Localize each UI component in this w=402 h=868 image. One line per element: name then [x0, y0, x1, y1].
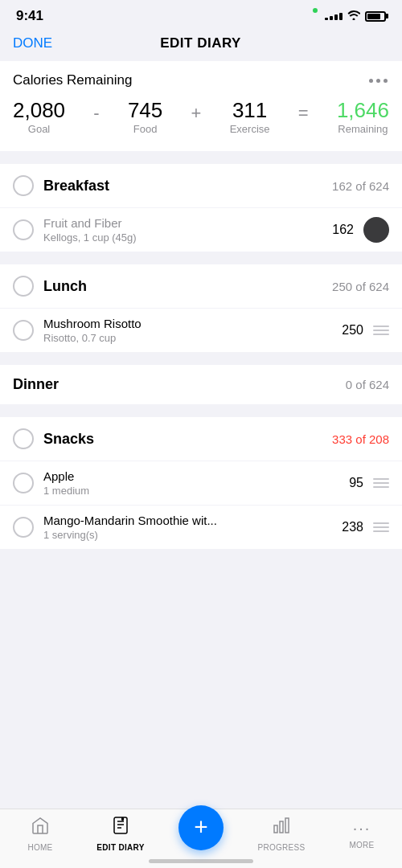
snacks-item1-name: Apple — [43, 469, 349, 483]
snacks-title: Snacks — [43, 431, 94, 448]
tab-edit-diary[interactable]: EDIT DIARY — [92, 816, 149, 852]
signal-icon — [325, 13, 343, 20]
tab-edit-diary-label: EDIT DIARY — [96, 843, 144, 852]
reorder-line3 — [373, 334, 389, 335]
tab-more[interactable]: ··· MORE — [334, 819, 390, 850]
more-options-button[interactable] — [367, 77, 389, 84]
edit-diary-icon — [111, 816, 130, 840]
breakfast-item-calories: 162 — [332, 223, 354, 237]
home-indicator — [149, 859, 253, 863]
snacks-item2-checkbox[interactable] — [13, 517, 34, 538]
snacks-header: Snacks 333 of 208 — [0, 417, 402, 461]
breakfast-item-1[interactable]: Fruit and Fiber Kellogs, 1 cup (45g) 162 — [0, 208, 402, 252]
snacks-item1-info: Apple 1 medium — [43, 469, 349, 497]
snacks-item2-name: Mango-Mandarin Smoothie wit... — [43, 514, 342, 527]
lunch-item-serving: Risotto, 0.7 cup — [43, 332, 342, 344]
divider4 — [0, 411, 402, 417]
exercise-label: Exercise — [230, 123, 270, 135]
dinner-section: Dinner 0 of 624 — [0, 365, 402, 404]
battery-icon — [365, 11, 386, 22]
breakfast-section: Breakfast 162 of 624 Fruit and Fiber Kel… — [0, 164, 402, 252]
divider3 — [0, 358, 402, 365]
remaining-label: Remaining — [337, 123, 389, 135]
status-bar: 9:41 — [0, 0, 402, 29]
calories-title: Calories Remaining — [13, 72, 132, 88]
lunch-calories: 250 of 624 — [332, 280, 389, 293]
lunch-checkbox[interactable] — [13, 276, 34, 297]
breakfast-item-checkbox[interactable] — [13, 219, 34, 240]
dot2 — [376, 79, 380, 83]
dot1 — [369, 79, 373, 83]
done-button[interactable]: DONE — [13, 35, 52, 51]
dot3 — [384, 79, 388, 83]
snacks-item2-calories: 238 — [342, 520, 363, 534]
svg-rect-4 — [285, 818, 289, 833]
calories-goal: 2,080 Goal — [13, 98, 65, 135]
tab-add[interactable]: + — [173, 818, 229, 850]
plus-operator: + — [191, 103, 202, 124]
calories-remaining: 1,646 Remaining — [337, 98, 389, 135]
svg-rect-0 — [114, 817, 127, 833]
calories-food: 745 Food — [128, 98, 162, 135]
home-icon — [31, 816, 50, 840]
equals-operator: = — [298, 103, 309, 124]
snacks-checkbox[interactable] — [13, 428, 34, 449]
snacks-item1-reorder[interactable] — [373, 478, 389, 488]
reorder-line6 — [373, 486, 389, 488]
snacks-item1-calories: 95 — [349, 476, 363, 490]
breakfast-header: Breakfast 162 of 624 — [0, 164, 402, 208]
exercise-value: 311 — [230, 98, 270, 123]
goal-label: Goal — [13, 123, 65, 135]
minus-operator: - — [93, 103, 99, 124]
green-dot — [313, 8, 318, 13]
tab-home-label: HOME — [27, 843, 52, 852]
svg-rect-3 — [280, 821, 283, 833]
remaining-value: 1,646 — [337, 98, 389, 123]
snacks-item1-checkbox[interactable] — [13, 473, 34, 493]
breakfast-item-serving: Kellogs, 1 cup (45g) — [43, 231, 332, 244]
dinner-calories: 0 of 624 — [346, 378, 389, 391]
lunch-item-1[interactable]: Mushroom Risotto Risotto, 0.7 cup 250 — [0, 309, 402, 352]
snacks-item2-reorder[interactable] — [373, 522, 389, 532]
breakfast-item-info: Fruit and Fiber Kellogs, 1 cup (45g) — [43, 216, 332, 244]
svg-rect-2 — [274, 825, 277, 833]
tab-more-label: MORE — [349, 841, 374, 850]
lunch-item-name: Mushroom Risotto — [43, 317, 342, 330]
add-button[interactable]: + — [178, 805, 224, 850]
lunch-header: Lunch 250 of 624 — [0, 264, 402, 309]
reorder-line7 — [373, 522, 389, 524]
calories-exercise: 311 Exercise — [230, 98, 270, 135]
snacks-item1-serving: 1 medium — [43, 485, 349, 497]
reorder-line9 — [373, 530, 389, 532]
snacks-item2-info: Mango-Mandarin Smoothie wit... 1 serving… — [43, 514, 342, 541]
lunch-item-calories: 250 — [342, 323, 363, 338]
reorder-line8 — [373, 526, 389, 528]
status-time: 9:41 — [16, 8, 43, 24]
breakfast-title: Breakfast — [43, 178, 109, 194]
lunch-item-checkbox[interactable] — [13, 320, 34, 341]
tab-home[interactable]: HOME — [12, 816, 68, 852]
goal-value: 2,080 — [13, 98, 65, 123]
dinner-title: Dinner — [13, 376, 59, 393]
svg-rect-1 — [121, 817, 124, 821]
breakfast-checkbox[interactable] — [13, 175, 34, 196]
breakfast-item-name: Fruit and Fiber — [43, 216, 332, 230]
reorder-line4 — [373, 478, 389, 480]
header: DONE EDIT DIARY — [0, 29, 402, 61]
divider1 — [0, 158, 402, 164]
food-value: 745 — [128, 98, 162, 123]
snacks-item-2[interactable]: Mango-Mandarin Smoothie wit... 1 serving… — [0, 506, 402, 549]
snacks-item-1[interactable]: Apple 1 medium 95 — [0, 461, 402, 506]
tab-progress[interactable]: PROGRESS — [253, 816, 310, 852]
more-icon: ··· — [353, 819, 371, 837]
add-plus-icon: + — [194, 815, 208, 839]
lunch-section: Lunch 250 of 624 Mushroom Risotto Risott… — [0, 264, 402, 352]
reorder-line5 — [373, 482, 389, 484]
lunch-item-reorder[interactable] — [373, 326, 389, 335]
tab-progress-label: PROGRESS — [257, 843, 305, 852]
divider2 — [0, 258, 402, 264]
status-icons — [325, 10, 386, 23]
wifi-icon — [347, 10, 360, 23]
breakfast-item-control[interactable] — [363, 217, 389, 243]
snacks-section: Snacks 333 of 208 Apple 1 medium 95 Mang… — [0, 417, 402, 549]
